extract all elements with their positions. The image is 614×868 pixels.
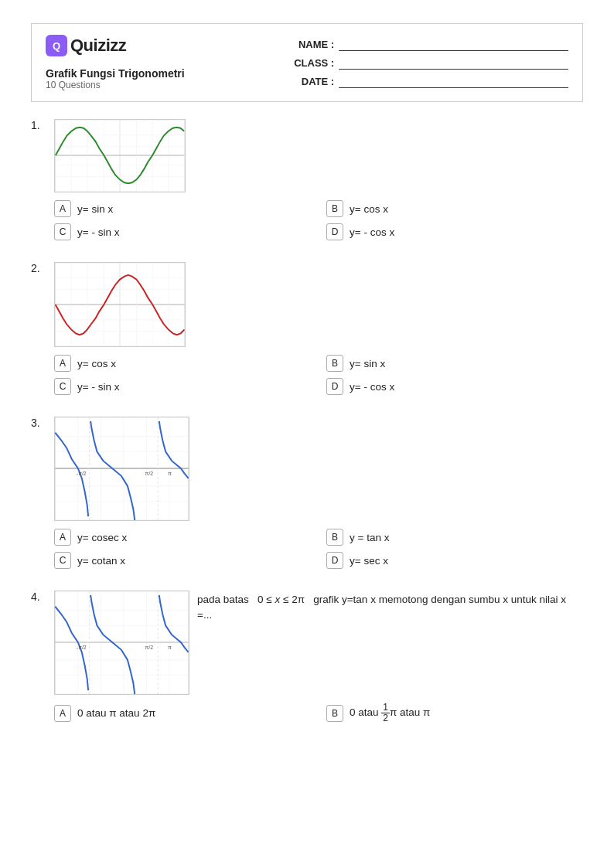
q2-answers: A y= cos x B y= sin x C y= - sin x D y= … — [31, 355, 583, 395]
date-line[interactable] — [339, 74, 568, 88]
q3-number: 3. — [31, 417, 46, 429]
q2-number: 2. — [31, 262, 46, 274]
q3-text-d: y= sec x — [350, 555, 388, 567]
q3-letter-a: A — [54, 529, 71, 546]
q2-letter-b: B — [326, 355, 343, 372]
q2-image — [54, 262, 186, 347]
q1-answer-d[interactable]: D y= - cos x — [326, 223, 583, 240]
q3-graph: -π/2 π/2 π — [55, 417, 189, 520]
q4-letter-b: B — [326, 705, 343, 722]
q4-answer-a[interactable]: A 0 atau π atau 2π — [54, 703, 311, 723]
q4-text-content: pada batas 0 ≤ x ≤ 2π grafik y=tan x mem… — [197, 594, 566, 621]
class-label: CLASS : — [292, 57, 334, 69]
q4-text-a: 0 atau π atau 2π — [77, 707, 155, 719]
logo-icon: Q — [46, 35, 67, 56]
q2-answer-d[interactable]: D y= - cos x — [326, 378, 583, 395]
q2-text-a: y= cos x — [77, 358, 116, 369]
svg-text:π/2: π/2 — [145, 645, 154, 650]
q3-letter-c: C — [54, 552, 71, 569]
q4-letter-a: A — [54, 705, 71, 722]
name-field-row: NAME : — [292, 37, 568, 51]
name-label: NAME : — [292, 39, 334, 50]
svg-rect-43 — [55, 591, 188, 694]
q3-answers: A y= cosec x B y = tan x C y= cotan x D … — [31, 529, 583, 569]
q1-answer-b[interactable]: B y= cos x — [326, 200, 583, 217]
question-1: 1. — [31, 119, 583, 240]
q2-answer-a[interactable]: A y= cos x — [54, 355, 311, 372]
q1-text-b: y= cos x — [350, 203, 388, 215]
name-line[interactable] — [339, 37, 568, 51]
question-4: 4. — [31, 591, 583, 723]
q1-letter-c: C — [54, 223, 71, 240]
svg-text:-π/2: -π/2 — [77, 645, 87, 650]
q3-answer-b[interactable]: B y = tan x — [326, 529, 583, 546]
q3-answer-c[interactable]: C y= cotan x — [54, 552, 311, 569]
question-1-header: 1. — [31, 119, 583, 192]
q4-answer-b[interactable]: B 0 atau 12π atau π — [326, 703, 583, 723]
q1-letter-a: A — [54, 200, 71, 217]
header-left: Q Quizizz Grafik Fungsi Trigonometri 10 … — [46, 35, 276, 90]
q2-letter-d: D — [326, 378, 343, 395]
question-3-header: 3. — [31, 417, 583, 521]
q2-text-d: y= - cos x — [350, 381, 394, 393]
q1-number: 1. — [31, 119, 46, 131]
q3-text-a: y= cosec x — [77, 532, 127, 543]
quiz-title: Grafik Fungsi Trigonometri — [46, 67, 276, 80]
class-line[interactable] — [339, 56, 568, 70]
svg-text:π: π — [168, 471, 172, 476]
q3-text-c: y= cotan x — [77, 555, 125, 567]
question-2-header: 2. — [31, 262, 583, 347]
q1-answer-a[interactable]: A y= sin x — [54, 200, 311, 217]
date-field-row: DATE : — [292, 74, 568, 88]
logo-text: Quizizz — [70, 36, 126, 56]
q1-letter-d: D — [326, 223, 343, 240]
quizizz-logo: Q Quizizz — [46, 35, 276, 56]
q2-text-b: y= sin x — [350, 358, 385, 369]
q3-answer-d[interactable]: D y= sec x — [326, 552, 583, 569]
svg-text:π: π — [168, 645, 172, 650]
q2-answer-b[interactable]: B y= sin x — [326, 355, 583, 372]
svg-rect-26 — [55, 417, 188, 520]
q1-answer-c[interactable]: C y= - sin x — [54, 223, 311, 240]
q3-letter-d: D — [326, 552, 343, 569]
q2-letter-a: A — [54, 355, 71, 372]
page: Q Quizizz Grafik Fungsi Trigonometri 10 … — [0, 0, 614, 868]
q3-answer-a[interactable]: A y= cosec x — [54, 529, 311, 546]
q2-letter-c: C — [54, 378, 71, 395]
question-2: 2. — [31, 262, 583, 395]
q1-image — [54, 119, 186, 192]
q2-graph — [55, 263, 185, 346]
svg-text:π/2: π/2 — [145, 471, 154, 476]
quiz-subtitle: 10 Questions — [46, 80, 276, 90]
q4-graph: -π/2 π/2 π — [55, 591, 189, 694]
q3-text-b: y = tan x — [350, 532, 389, 543]
q4-text: pada batas 0 ≤ x ≤ 2π grafik y=tan x mem… — [197, 591, 583, 624]
q2-answer-c[interactable]: C y= - sin x — [54, 378, 311, 395]
q1-text-a: y= sin x — [77, 203, 113, 215]
question-4-header: 4. — [31, 591, 583, 695]
q1-text-d: y= - cos x — [350, 226, 394, 238]
q1-letter-b: B — [326, 200, 343, 217]
q3-letter-b: B — [326, 529, 343, 546]
q1-text-c: y= - sin x — [77, 226, 119, 238]
q4-text-b: 0 atau 12π atau π — [350, 703, 430, 723]
header-box: Q Quizizz Grafik Fungsi Trigonometri 10 … — [31, 23, 583, 102]
q3-image: -π/2 π/2 π — [54, 417, 189, 521]
q2-text-c: y= - sin x — [77, 381, 119, 393]
header-right: NAME : CLASS : DATE : — [292, 35, 568, 90]
q1-graph — [55, 120, 185, 192]
q1-answers: A y= sin x B y= cos x C y= - sin x D y= … — [31, 200, 583, 240]
q4-image: -π/2 π/2 π — [54, 591, 189, 695]
q4-number: 4. — [31, 591, 46, 603]
date-label: DATE : — [292, 76, 334, 87]
q4-answers: A 0 atau π atau 2π B 0 atau 12π atau π — [31, 703, 583, 723]
class-field-row: CLASS : — [292, 56, 568, 70]
question-3: 3. — [31, 417, 583, 569]
svg-text:-π/2: -π/2 — [77, 471, 87, 476]
